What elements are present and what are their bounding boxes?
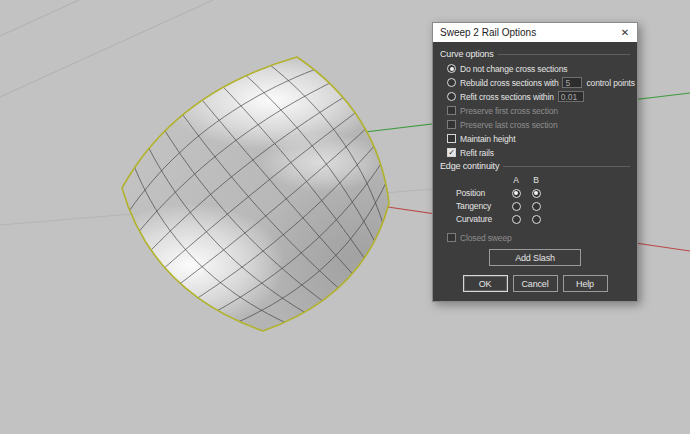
do-not-change-label[interactable]: Do not change cross sections [460,64,567,74]
help-button[interactable]: Help [563,275,608,292]
position-b-radio[interactable] [532,189,541,198]
curve-options-group-header: Curve options [440,49,630,59]
closed-sweep-checkbox [447,233,456,242]
refit-label[interactable]: Refit cross sections within [460,92,554,102]
preserve-last-checkbox [447,120,456,129]
checkbox-row-closed-sweep: Closed sweep [447,232,630,243]
tangency-label: Tangency [456,201,506,211]
position-label: Position [456,188,506,198]
refit-tolerance-input[interactable] [558,91,584,102]
refit-radio[interactable] [447,92,456,101]
refit-rails-checkbox[interactable] [447,148,456,157]
do-not-change-radio[interactable] [447,64,456,73]
dialog-body: Curve options Do not change cross sectio… [433,42,637,301]
closed-sweep-label: Closed sweep [460,233,512,243]
app-window: Sweep 2 Rail Options ✕ Curve options Do … [0,0,690,434]
cancel-button[interactable]: Cancel [513,275,558,292]
add-slash-button[interactable]: Add Slash [489,249,581,266]
maintain-height-label[interactable]: Maintain height [460,134,515,144]
continuity-col-a-header: A [506,175,526,185]
preserve-first-checkbox [447,106,456,115]
dialog-title: Sweep 2 Rail Options [440,27,617,38]
dialog-button-row: OK Cancel Help [440,275,630,292]
rebuild-radio[interactable] [447,78,456,87]
control-points-input[interactable] [562,77,582,88]
preserve-first-label: Preserve first cross section [460,106,558,116]
edge-continuity-label: Edge continuity [440,161,499,171]
group-rule [503,166,630,167]
grid-line-far-2 [0,0,79,36]
refit-rails-label[interactable]: Refit rails [460,148,494,158]
curve-options-label: Curve options [440,49,494,59]
tangency-b-radio[interactable] [532,202,541,211]
grid-line-far-1 [0,0,213,97]
position-a-radio[interactable] [512,189,521,198]
curvature-a-radio[interactable] [512,215,521,224]
sweep-2-rail-options-dialog: Sweep 2 Rail Options ✕ Curve options Do … [432,22,638,302]
surface-highlight-lower [95,203,285,327]
radio-row-rebuild: Rebuild cross sections with control poin… [447,77,630,88]
edge-continuity-group-header: Edge continuity [440,161,630,171]
curvature-b-radio[interactable] [532,215,541,224]
control-points-suffix: control points [586,78,634,88]
curvature-label: Curvature [456,214,506,224]
radio-row-refit: Refit cross sections within [447,91,630,102]
preserve-last-label: Preserve last cross section [460,120,558,130]
dialog-titlebar[interactable]: Sweep 2 Rail Options ✕ [433,23,637,42]
close-icon[interactable]: ✕ [617,25,633,40]
checkbox-row-preserve-last: Preserve last cross section [447,119,630,130]
ok-button[interactable]: OK [463,275,508,292]
checkbox-row-refit-rails: Refit rails [447,147,630,158]
tangency-a-radio[interactable] [512,202,521,211]
group-rule [498,54,630,55]
maintain-height-checkbox[interactable] [447,134,456,143]
radio-row-do-not-change: Do not change cross sections [447,63,630,74]
surface-shadow [257,173,447,343]
rebuild-label[interactable]: Rebuild cross sections with [460,78,558,88]
checkbox-row-preserve-first: Preserve first cross section [447,105,630,116]
continuity-col-b-header: B [526,175,546,185]
edge-continuity-grid: A B Position Tangency Curvature [456,175,630,224]
checkbox-row-maintain-height: Maintain height [447,133,630,144]
